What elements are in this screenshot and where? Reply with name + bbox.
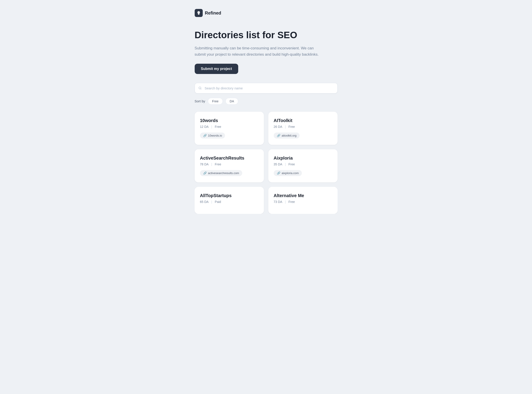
sort-chip-da[interactable]: DA <box>225 98 238 105</box>
card-meta: 12 DA | Free <box>200 125 258 129</box>
card-da: 12 DA <box>200 125 209 129</box>
card-title: Aixploria <box>274 156 332 161</box>
card-url-text: aixploria.com <box>282 171 299 175</box>
card-title: AllTopStartups <box>200 193 258 198</box>
card-aitoolkit: AIToolkit 26 DA | Free 🔗 aitoolkit.org <box>268 112 338 145</box>
card-title: Alternative Me <box>274 193 332 198</box>
logo-text: Refined <box>205 10 221 16</box>
card-url-link[interactable]: 🔗 aixploria.com <box>274 170 302 176</box>
sort-chip-free[interactable]: Free <box>208 98 223 105</box>
card-url-text: activesearchresults.com <box>208 171 239 175</box>
card-url-link[interactable]: 🔗 activesearchresults.com <box>200 170 242 176</box>
svg-point-0 <box>199 87 201 89</box>
cards-grid-row2: ActiveSearchResults 78 DA | Free 🔗 activ… <box>195 149 338 182</box>
link-icon: 🔗 <box>203 134 207 137</box>
card-alternative-me: Alternative Me 73 DA | Free <box>268 187 338 214</box>
card-url-text: 10words.io <box>208 134 222 137</box>
card-type: Free <box>289 200 295 204</box>
card-title: ActiveSearchResults <box>200 156 258 161</box>
card-title: 10words <box>200 118 258 123</box>
cards-grid-row3: AllTopStartups 65 DA | Paid Alternative … <box>195 187 338 214</box>
card-da: 73 DA <box>274 200 282 204</box>
search-container <box>195 83 338 93</box>
card-meta: 78 DA | Free <box>200 162 258 166</box>
card-type: Free <box>289 125 295 129</box>
link-icon: 🔗 <box>203 171 207 175</box>
card-activesearchresults: ActiveSearchResults 78 DA | Free 🔗 activ… <box>195 149 264 182</box>
card-meta: 35 DA | Free <box>274 162 332 166</box>
card-url-link[interactable]: 🔗 aitoolkit.org <box>274 133 300 139</box>
card-da: 26 DA <box>274 125 282 129</box>
cards-grid-row1: 10words 12 DA | Free 🔗 10words.io AITool… <box>195 112 338 145</box>
page-description: Submitting manually can be time-consumin… <box>195 45 324 57</box>
card-title: AIToolkit <box>274 118 332 123</box>
submit-project-button[interactable]: Submit my project <box>195 64 238 74</box>
card-da: 78 DA <box>200 162 209 166</box>
search-icon <box>198 86 202 90</box>
sort-label: Sort by <box>195 99 205 103</box>
card-da: 35 DA <box>274 162 282 166</box>
card-da: 65 DA <box>200 200 209 204</box>
link-icon: 🔗 <box>277 134 280 137</box>
card-10words: 10words 12 DA | Free 🔗 10words.io <box>195 112 264 145</box>
card-aixploria: Aixploria 35 DA | Free 🔗 aixploria.com <box>268 149 338 182</box>
main-container: Refined Directories list for SEO Submitt… <box>195 9 338 214</box>
card-meta: 73 DA | Free <box>274 200 332 204</box>
card-type: Paid <box>215 200 221 204</box>
link-icon: 🔗 <box>277 171 280 175</box>
card-meta: 65 DA | Paid <box>200 200 258 204</box>
card-url-link[interactable]: 🔗 10words.io <box>200 133 225 139</box>
hero-section: Directories list for SEO Submitting manu… <box>195 30 338 74</box>
search-input[interactable] <box>195 83 338 93</box>
card-type: Free <box>215 162 221 166</box>
card-alltopstartups: AllTopStartups 65 DA | Paid <box>195 187 264 214</box>
card-meta: 26 DA | Free <box>274 125 332 129</box>
card-url-text: aitoolkit.org <box>282 134 296 137</box>
sort-row: Sort by Free DA <box>195 98 338 105</box>
page-title: Directories list for SEO <box>195 30 338 41</box>
card-type: Free <box>289 162 295 166</box>
header: Refined <box>195 9 338 17</box>
card-type: Free <box>215 125 221 129</box>
logo-icon <box>195 9 203 17</box>
